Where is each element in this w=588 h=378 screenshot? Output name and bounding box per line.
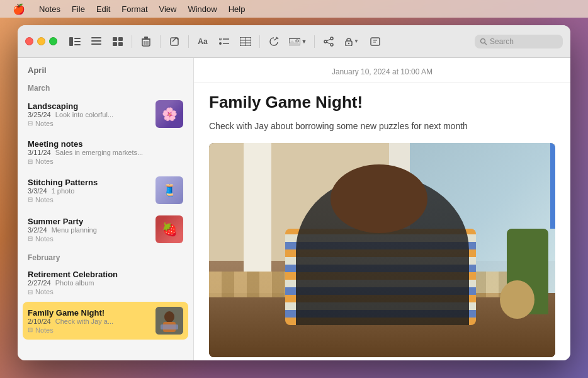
sidebar-icon	[69, 37, 81, 46]
photo-window-strip	[550, 143, 555, 229]
folder-icon-summer: ⊟	[28, 235, 33, 242]
photo-button[interactable]: ▼	[286, 33, 309, 50]
note-meta-stitching: 3/3/24 1 photo	[28, 187, 150, 195]
lock-dropdown[interactable]: ▼	[341, 35, 363, 49]
checklist-button[interactable]	[215, 33, 233, 50]
note-date-summer: 3/2/24	[28, 226, 47, 234]
minimize-button[interactable]	[37, 37, 45, 45]
svg-point-35	[331, 37, 333, 40]
sidebar-toggle-button[interactable]	[66, 33, 84, 50]
svg-line-18	[172, 38, 176, 42]
more-button[interactable]	[366, 33, 384, 50]
svg-rect-6	[91, 43, 101, 45]
note-title-meeting: Meeting notes	[28, 139, 183, 149]
gallery-view-button[interactable]	[109, 33, 127, 50]
attachment-button[interactable]	[265, 33, 283, 50]
toolbar: Aa	[18, 25, 570, 58]
note-item-stitching[interactable]: Stitching Patterns 3/3/24 1 photo ⊟ Note…	[23, 171, 188, 209]
note-detail-text: Check with Jay about borrowing some new …	[209, 120, 555, 133]
more-icon	[370, 37, 380, 47]
photo-head	[331, 164, 427, 233]
note-footer-meeting: ⊟ Notes	[28, 158, 183, 165]
february-section-header: February	[23, 249, 188, 265]
menu-format[interactable]: Format	[116, 3, 152, 15]
note-preview-meeting: Sales in emerging markets...	[55, 149, 143, 156]
menu-file[interactable]: File	[67, 3, 90, 15]
note-info-stitching: Stitching Patterns 3/3/24 1 photo ⊟ Note…	[28, 178, 150, 203]
svg-rect-2	[74, 41, 81, 42]
divider-4	[259, 35, 260, 48]
table-button[interactable]	[237, 33, 254, 50]
note-title-landscaping: Landscaping	[28, 101, 150, 111]
note-date-family-game: 2/10/24	[28, 318, 51, 325]
note-item-family-game[interactable]: Family Game Night! 2/10/24 Check with Ja…	[23, 302, 188, 340]
list-view-button[interactable]	[88, 33, 105, 50]
folder-icon-stitching: ⊟	[28, 196, 33, 203]
svg-rect-42	[371, 38, 380, 45]
note-thumbnail-landscaping: 🌸	[155, 100, 183, 128]
text-format-button[interactable]: Aa	[194, 33, 212, 50]
note-footer-retirement: ⊟ Notes	[28, 288, 183, 295]
close-button[interactable]	[25, 37, 33, 45]
svg-rect-7	[113, 37, 117, 41]
note-footer-landscaping: ⊟ Notes	[28, 120, 150, 127]
text-format-label: Aa	[198, 37, 207, 46]
checklist-icon	[219, 37, 229, 46]
svg-rect-10	[118, 42, 123, 46]
note-folder-landscaping: Notes	[35, 120, 54, 127]
menu-window[interactable]: Window	[183, 3, 222, 15]
note-folder-summer: Notes	[35, 235, 54, 243]
menu-bar: 🍎 Notes File Edit Format View Window Hel…	[0, 0, 588, 18]
note-item-summer[interactable]: Summer Party 3/2/24 Menu planning ⊟ Note…	[23, 210, 188, 248]
search-input[interactable]	[490, 37, 553, 46]
apple-menu[interactable]: 🍎	[8, 2, 30, 16]
traffic-lights	[25, 37, 57, 45]
note-thumbnail-stitching: 🧵	[155, 176, 183, 204]
photo-basket	[500, 280, 534, 319]
note-folder-meeting: Notes	[35, 158, 54, 165]
svg-rect-51	[161, 324, 178, 329]
svg-rect-12	[144, 37, 148, 38]
menu-notes[interactable]: Notes	[34, 3, 65, 15]
march-section-header: March	[23, 80, 188, 95]
lock-dropdown-arrow: ▼	[354, 38, 359, 44]
fullscreen-button[interactable]	[49, 37, 57, 45]
note-detail: January 10, 2024 at 10:00 AM Family Game…	[194, 58, 570, 360]
menu-view[interactable]: View	[154, 3, 182, 15]
note-detail-body[interactable]: Family Game Night! Check with Jay about …	[194, 83, 570, 360]
note-info-landscaping: Landscaping 3/25/24 Look into colorful..…	[28, 101, 150, 127]
svg-point-41	[348, 42, 349, 43]
compose-button[interactable]	[166, 33, 183, 50]
note-item-landscaping[interactable]: Landscaping 3/25/24 Look into colorful..…	[23, 95, 188, 133]
note-meta-retirement: 2/27/24 Photo album	[28, 279, 183, 287]
svg-line-39	[327, 42, 331, 44]
search-icon	[480, 38, 487, 45]
menu-help[interactable]: Help	[223, 3, 251, 15]
note-title-stitching: Stitching Patterns	[28, 178, 150, 187]
note-item-retirement[interactable]: Retirement Celebration 2/27/24 Photo alb…	[23, 265, 188, 301]
folder-icon-landscaping: ⊟	[28, 120, 33, 127]
notes-list: March Landscaping 3/25/24 Look into colo…	[18, 80, 193, 360]
menu-edit[interactable]: Edit	[91, 3, 115, 15]
delete-button[interactable]	[137, 33, 155, 50]
svg-rect-4	[91, 37, 101, 38]
note-item-meeting[interactable]: Meeting notes 3/11/24 Sales in emerging …	[23, 134, 188, 170]
note-timestamp: January 10, 2024 at 10:00 AM	[332, 67, 433, 76]
svg-rect-1	[74, 38, 81, 39]
note-meta-meeting: 3/11/24 Sales in emerging markets...	[28, 149, 183, 156]
compose-icon	[169, 37, 179, 47]
note-title-retirement: Retirement Celebration	[28, 270, 183, 279]
note-date-meeting: 3/11/24	[28, 149, 51, 156]
svg-point-37	[331, 43, 333, 46]
content-area: April March Landscaping 3/25/24 Look int…	[18, 58, 570, 360]
note-footer-summer: ⊟ Notes	[28, 235, 150, 243]
svg-point-45	[481, 38, 485, 43]
search-box[interactable]	[475, 35, 563, 49]
note-folder-family-game: Notes	[35, 326, 54, 334]
note-thumbnail-family-game	[155, 307, 183, 335]
divider-2	[160, 35, 161, 48]
share-button[interactable]	[320, 33, 337, 50]
note-footer-stitching: ⊟ Notes	[28, 196, 150, 203]
note-thumbnail-summer: 🍓	[155, 215, 183, 243]
photo-curtain-left	[244, 143, 271, 272]
